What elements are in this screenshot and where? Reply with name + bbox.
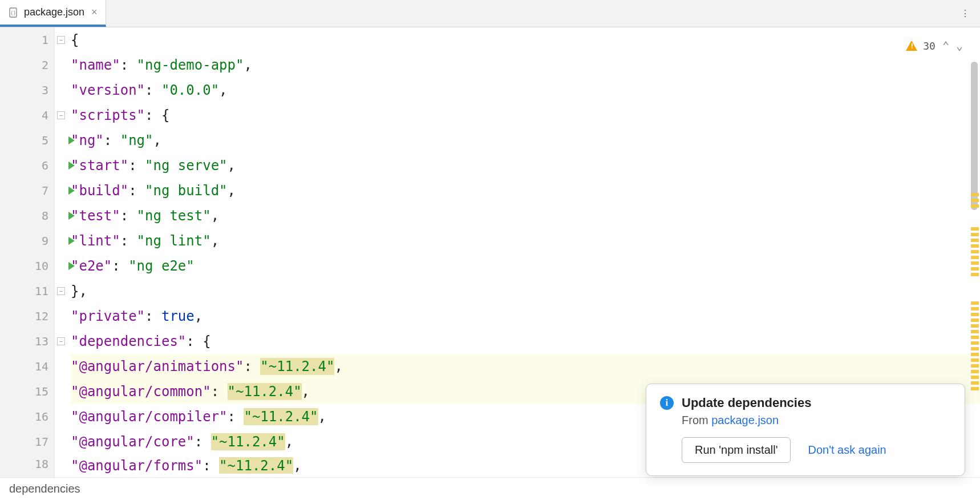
popup-title: Update dependencies	[682, 396, 811, 410]
line-number: 16	[0, 404, 54, 429]
line-number: 6	[0, 153, 54, 178]
line-number: 2	[0, 53, 54, 78]
line-number: 18	[0, 454, 54, 474]
brace: {	[71, 32, 79, 48]
fold-icon[interactable]: −	[57, 287, 65, 295]
svg-text:{}: {}	[10, 11, 16, 16]
scroll-thumb[interactable]	[971, 62, 978, 210]
tab-bar: {} package.json × ⋮	[0, 0, 980, 27]
line-number: 17	[0, 429, 54, 454]
line-number: 3	[0, 78, 54, 103]
close-icon[interactable]: ×	[91, 6, 98, 18]
line-number: 5	[0, 128, 54, 153]
line-number: 10	[0, 253, 54, 279]
json-file-icon: {}	[8, 7, 19, 18]
line-number: 1	[0, 27, 54, 53]
line-number: 8	[0, 203, 54, 228]
info-icon: i	[660, 396, 674, 410]
next-highlight-icon[interactable]: ⌄	[956, 39, 963, 53]
gutter: 1 2 3 4 5 6 7 8 9 10 11 12 13 14 15 16 1…	[0, 27, 55, 477]
line-number: 4	[0, 103, 54, 128]
fold-icon[interactable]: −	[57, 36, 65, 44]
breadcrumb[interactable]: dependencies	[0, 477, 980, 500]
warning-icon	[906, 41, 917, 51]
dont-ask-again-link[interactable]: Don't ask again	[808, 443, 886, 457]
line-number: 12	[0, 304, 54, 329]
editor-tab[interactable]: {} package.json ×	[0, 0, 106, 27]
line-number: 15	[0, 379, 54, 404]
popup-subtitle: From package.json	[682, 414, 951, 427]
fold-icon[interactable]: −	[57, 337, 65, 345]
inspection-bar: 30 ⌃ ⌄	[906, 39, 963, 53]
scrollbar[interactable]	[970, 62, 979, 495]
line-number: 9	[0, 228, 54, 253]
warning-count[interactable]: 30	[906, 40, 936, 52]
line-number: 14	[0, 354, 54, 379]
line-number: 13	[0, 329, 54, 354]
popup-file-link[interactable]: package.json	[711, 414, 779, 426]
line-number: 11	[0, 279, 54, 304]
fold-column: − − − −	[55, 27, 68, 477]
fold-icon[interactable]: −	[57, 111, 65, 119]
line-number: 7	[0, 178, 54, 203]
run-npm-install-button[interactable]: Run 'npm install'	[682, 437, 791, 463]
notification-popup: i Update dependencies From package.json …	[646, 384, 965, 476]
more-menu-icon[interactable]: ⋮	[955, 0, 975, 27]
tab-filename: package.json	[24, 6, 84, 18]
prev-highlight-icon[interactable]: ⌃	[942, 39, 949, 53]
